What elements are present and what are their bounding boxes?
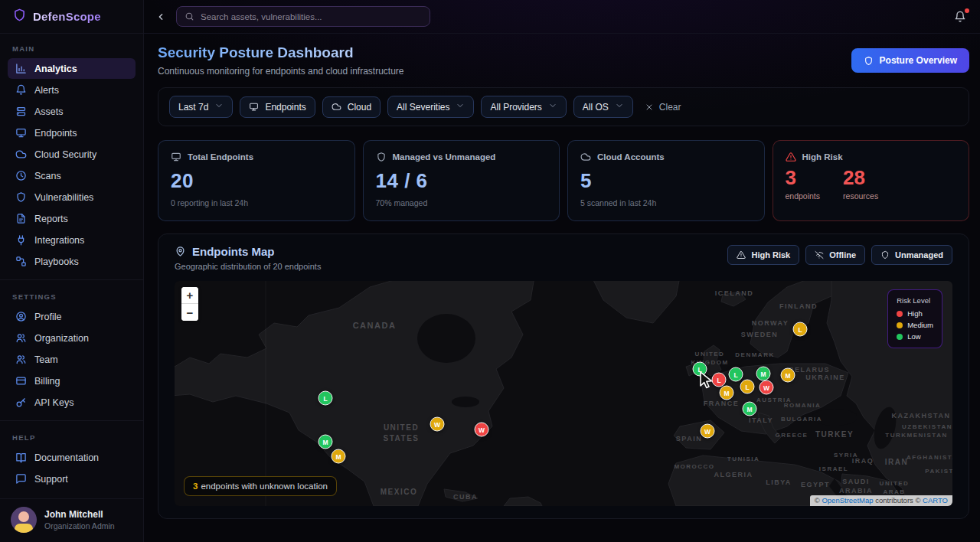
- map-canvas[interactable]: CANADAUNITED STATESMEXICOCUBAICELANDNORW…: [175, 281, 952, 506]
- clock-icon: [15, 170, 27, 181]
- map-pin-icon: [175, 246, 186, 257]
- sidebar-item-vulnerabilities[interactable]: Vulnerabilities: [8, 187, 136, 207]
- book-icon: [15, 452, 27, 463]
- filter-all-os[interactable]: All OS: [573, 96, 633, 118]
- stat-card-total-endpoints: Total Endpoints200 reporting in last 24h: [158, 140, 355, 221]
- notification-dot: [965, 8, 969, 13]
- sidebar-item-reports[interactable]: Reports: [8, 208, 136, 229]
- sidebar-item-playbooks[interactable]: Playbooks: [8, 251, 136, 272]
- nav-section-settings: SETTINGSProfileOrganizationTeamBillingAP…: [0, 279, 143, 413]
- endpoint-marker-high-W-6[interactable]: W: [760, 380, 774, 395]
- sidebar-item-billing[interactable]: Billing: [8, 371, 136, 391]
- plug-icon: [15, 234, 27, 246]
- wifi-off-icon: [815, 250, 824, 260]
- endpoint-marker-medium-L-7[interactable]: L: [740, 380, 755, 394]
- endpoint-marker-medium-L-0[interactable]: L: [793, 322, 808, 337]
- endpoint-marker-medium-M-5[interactable]: M: [781, 368, 795, 383]
- endpoint-marker-low-L-3[interactable]: L: [729, 367, 743, 382]
- sidebar-item-integrations[interactable]: Integrations: [8, 230, 136, 250]
- alert-triangle-icon: [737, 250, 746, 260]
- map-subtitle: Geographic distribution of 20 endpoints: [175, 262, 321, 271]
- map-toggle-high-risk[interactable]: High Risk: [727, 245, 799, 265]
- endpoint-marker-low-M-4[interactable]: M: [756, 367, 771, 381]
- chevron-down-icon: [615, 101, 624, 110]
- sidebar-item-api-keys[interactable]: API Keys: [8, 392, 136, 413]
- stats-row: Total Endpoints200 reporting in last 24h…: [158, 140, 969, 221]
- sidebar-item-organization[interactable]: Organization: [8, 328, 136, 348]
- sidebar-item-support[interactable]: Support: [8, 469, 136, 489]
- map-toggle-unmanaged[interactable]: Unmanaged: [871, 245, 952, 265]
- map-toggle-group: High RiskOfflineUnmanaged: [727, 245, 952, 265]
- credit-card-icon: [15, 375, 27, 387]
- sidebar-item-endpoints[interactable]: Endpoints: [8, 122, 136, 143]
- user-role: Organization Admin: [44, 521, 115, 531]
- filter-all-severities[interactable]: All Severities: [387, 96, 474, 118]
- zoom-in-button[interactable]: +: [181, 287, 198, 304]
- bar-chart-icon: [15, 63, 27, 74]
- filter-cloud[interactable]: Cloud: [322, 96, 381, 118]
- map-toggle-offline[interactable]: Offline: [805, 245, 865, 265]
- stat-value: 5: [580, 169, 752, 193]
- sidebar-item-cloud-security[interactable]: Cloud Security: [8, 144, 136, 165]
- stat-pair-endpoints: 3endpoints: [786, 166, 821, 201]
- notifications-button[interactable]: [954, 11, 966, 23]
- sidebar-item-profile[interactable]: Profile: [8, 306, 136, 327]
- filter-all-providers[interactable]: All Providers: [481, 96, 566, 118]
- sidebar-item-scans[interactable]: Scans: [8, 165, 136, 186]
- avatar: [11, 507, 37, 533]
- endpoint-marker-medium-M-15[interactable]: M: [332, 449, 346, 464]
- sidebar-nav: MAINAnalyticsAlertsAssetsEndpointsCloud …: [0, 34, 143, 498]
- stat-card-high-risk: High Risk3endpoints28resources: [773, 140, 970, 221]
- legend-title: Risk Level: [897, 296, 933, 305]
- endpoint-marker-low-M-14[interactable]: M: [318, 435, 333, 449]
- cloud-icon: [15, 149, 27, 160]
- nav-section-label: HELP: [12, 433, 131, 442]
- posture-overview-button[interactable]: Posture Overview: [851, 48, 969, 73]
- sidebar-item-alerts[interactable]: Alerts: [8, 80, 136, 100]
- content: Security Posture Dashboard Continuous mo…: [144, 34, 980, 542]
- cloud-icon: [332, 102, 341, 112]
- world-map: [175, 281, 952, 506]
- page-title: Security Posture Dashboard: [158, 44, 404, 61]
- openstreetmap-link[interactable]: OpenStreetMap: [822, 496, 873, 504]
- search-input[interactable]: [201, 12, 422, 21]
- nav-section-help: HELPDocumentationSupport: [0, 420, 143, 489]
- carto-link[interactable]: CARTO: [923, 496, 948, 504]
- endpoint-marker-high-L-2[interactable]: L: [712, 373, 727, 387]
- file-icon: [15, 213, 27, 224]
- endpoint-marker-low-L-11[interactable]: L: [318, 391, 333, 406]
- legend-item-medium: Medium: [897, 321, 933, 329]
- bell-icon: [954, 11, 966, 23]
- sidebar-item-assets[interactable]: Assets: [8, 101, 136, 122]
- users-icon: [15, 332, 27, 344]
- stat-card-managed-vs-unmanaged: Managed vs Unmanaged14 / 670% managed: [363, 140, 560, 221]
- back-button[interactable]: [155, 11, 167, 23]
- filter-last-7d[interactable]: Last 7d: [169, 96, 233, 118]
- legend-item-high: High: [897, 309, 933, 318]
- sidebar-item-team[interactable]: Team: [8, 349, 136, 370]
- clear-filters-button[interactable]: Clear: [640, 97, 686, 117]
- shield-icon: [864, 56, 874, 66]
- user-circle-icon: [15, 311, 27, 322]
- sidebar-item-documentation[interactable]: Documentation: [8, 447, 136, 468]
- sidebar-item-analytics[interactable]: Analytics: [8, 58, 136, 79]
- endpoint-marker-low-M-9[interactable]: M: [743, 402, 757, 416]
- stat-subtext: 70% managed: [376, 198, 547, 207]
- filter-bar: Last 7dEndpointsCloudAll SeveritiesAll P…: [158, 87, 969, 126]
- stat-pair-resources: 28resources: [843, 166, 878, 201]
- x-icon: [645, 103, 654, 112]
- brand: DefenScope: [0, 0, 143, 34]
- search-box[interactable]: [176, 6, 430, 27]
- brand-name: DefenScope: [33, 10, 101, 23]
- endpoint-marker-medium-W-12[interactable]: W: [430, 417, 445, 432]
- user-profile[interactable]: John Mitchell Organization Admin: [0, 498, 143, 542]
- endpoint-marker-high-W-13[interactable]: W: [475, 423, 489, 437]
- endpoint-marker-medium-W-10[interactable]: W: [701, 424, 715, 439]
- nav-section-label: SETTINGS: [12, 292, 131, 301]
- endpoint-marker-medium-M-8[interactable]: M: [720, 386, 734, 400]
- zoom-out-button[interactable]: −: [181, 304, 198, 321]
- monitor-icon: [15, 127, 27, 139]
- endpoint-marker-low-L-1[interactable]: L: [693, 362, 707, 377]
- page-subtitle: Continuous monitoring for endpoints and …: [158, 66, 404, 77]
- filter-endpoints[interactable]: Endpoints: [240, 96, 315, 118]
